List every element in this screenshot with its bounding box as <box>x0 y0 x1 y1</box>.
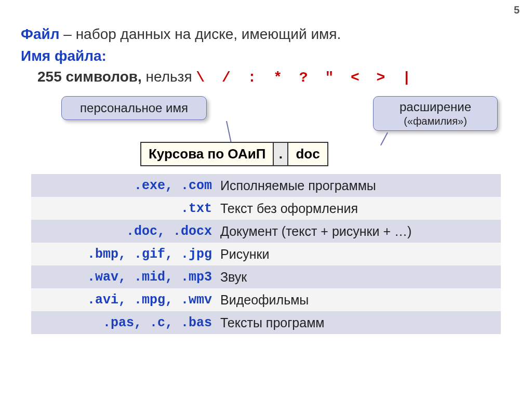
filename-dot-part: . <box>274 143 288 165</box>
rule-line: 255 символов, нельзя \ / : * ? " < > | <box>21 69 511 86</box>
filename-ext-part: doc <box>288 143 327 165</box>
term-file: Файл <box>21 26 59 42</box>
ext-cell: .avi, .mpg, .wmv <box>31 292 218 308</box>
extensions-table: .exe, .com Исполняемые программы .txt Те… <box>31 174 501 334</box>
ext-cell: .pas, .c, .bas <box>31 315 218 330</box>
ext-cell: .doc, .docx <box>31 224 218 239</box>
table-row: .txt Текст без оформления <box>31 197 501 220</box>
dash: – <box>59 26 75 42</box>
forbidden-chars: \ / : * ? " < > | <box>196 70 415 86</box>
desc-cell: Тексты программ <box>218 315 501 330</box>
forbid-word: нельзя <box>142 69 196 85</box>
char-limit: 255 символов, <box>37 69 142 85</box>
definition-line: Файл – набор данных на диске, имеющий им… <box>21 26 511 43</box>
filename-example: Курсова по ОАиП . doc <box>140 142 328 166</box>
ext-cell: .wav, .mid, .mp3 <box>31 270 218 285</box>
callout-extension: расширение («фамилия») <box>373 96 498 131</box>
desc-cell: Звук <box>218 270 501 285</box>
table-row: .doc, .docx Документ (текст + рисунки + … <box>31 220 501 243</box>
callout-extension-title: расширение <box>400 100 471 114</box>
callout-extension-sub: («фамилия») <box>382 115 489 127</box>
table-row: .bmp, .gif, .jpg Рисунки <box>31 243 501 265</box>
desc-cell: Исполняемые программы <box>218 178 501 193</box>
definition-text: набор данных на диске, имеющий имя. <box>76 26 341 42</box>
desc-cell: Документ (текст + рисунки + …) <box>218 224 501 239</box>
table-row: .exe, .com Исполняемые программы <box>31 174 501 197</box>
ext-cell: .txt <box>31 201 218 216</box>
filename-label: Имя файла: <box>21 48 511 64</box>
desc-cell: Видеофильмы <box>218 292 501 308</box>
filename-name-part: Курсова по ОАиП <box>141 143 274 165</box>
desc-cell: Текст без оформления <box>218 201 501 216</box>
callout-pointer-left <box>226 121 232 142</box>
callouts-area: персональное имя расширение («фамилия») … <box>21 96 511 169</box>
slide-content: Файл – набор данных на диске, имеющий им… <box>0 0 532 334</box>
ext-cell: .exe, .com <box>31 178 218 193</box>
table-row: .wav, .mid, .mp3 Звук <box>31 265 501 288</box>
table-row: .avi, .mpg, .wmv Видеофильмы <box>31 288 501 311</box>
callout-personal-name: персональное имя <box>61 96 207 120</box>
ext-cell: .bmp, .gif, .jpg <box>31 247 218 262</box>
callout-pointer-right <box>380 132 388 146</box>
page-number: 5 <box>514 4 520 16</box>
desc-cell: Рисунки <box>218 247 501 262</box>
table-row: .pas, .c, .bas Тексты программ <box>31 311 501 334</box>
